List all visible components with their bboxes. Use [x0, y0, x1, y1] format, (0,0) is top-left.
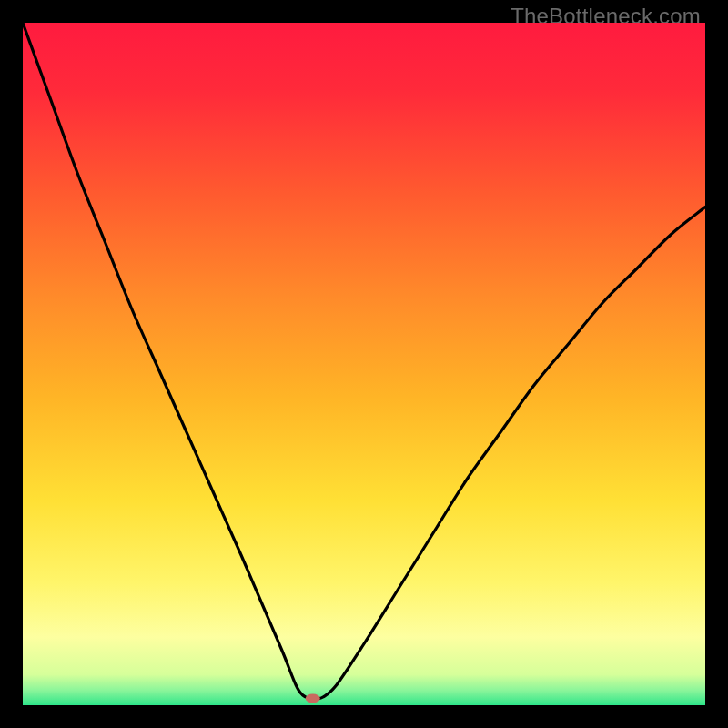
bottleneck-chart	[23, 23, 705, 705]
minimum-marker	[306, 694, 320, 703]
gradient-background	[23, 23, 705, 705]
chart-frame	[23, 23, 705, 705]
